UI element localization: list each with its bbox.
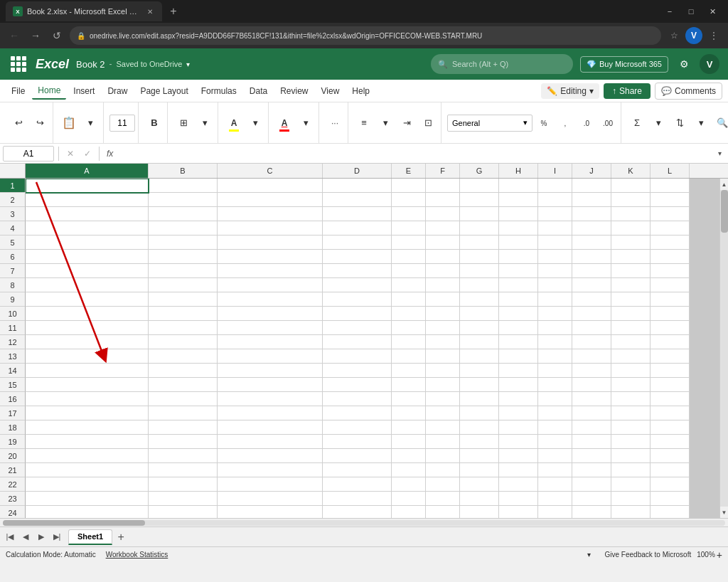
percent-button[interactable]: % xyxy=(534,114,554,134)
cell-H21[interactable] xyxy=(499,463,538,477)
cell-C18[interactable] xyxy=(218,420,323,435)
cell-K12[interactable] xyxy=(611,335,651,349)
cell-L3[interactable] xyxy=(651,207,690,221)
menu-formulas[interactable]: Formulas xyxy=(196,83,242,99)
cell-K18[interactable] xyxy=(611,420,651,435)
cell-L21[interactable] xyxy=(651,463,690,477)
cell-I23[interactable] xyxy=(538,492,572,506)
cell-J18[interactable] xyxy=(572,420,611,435)
cell-I4[interactable] xyxy=(538,221,572,236)
borders-dropdown[interactable]: ▾ xyxy=(195,113,215,133)
cell-B15[interactable] xyxy=(149,378,218,392)
cancel-formula-button[interactable]: ✕ xyxy=(63,149,77,159)
cell-G8[interactable] xyxy=(460,278,499,292)
cell-C10[interactable] xyxy=(218,307,323,321)
cell-H22[interactable] xyxy=(499,477,538,492)
cell-D11[interactable] xyxy=(323,321,392,335)
clipboard-dropdown[interactable]: ▾ xyxy=(80,113,100,133)
cell-H18[interactable] xyxy=(499,420,538,435)
cell-B2[interactable] xyxy=(149,193,218,207)
col-header-d[interactable]: D xyxy=(323,164,392,178)
bookmark-button[interactable]: ☆ xyxy=(665,27,682,44)
cell-C19[interactable] xyxy=(218,435,323,449)
back-button[interactable]: ← xyxy=(6,27,23,44)
cell-J10[interactable] xyxy=(572,307,611,321)
cell-H24[interactable] xyxy=(499,506,538,518)
cell-D13[interactable] xyxy=(323,349,392,364)
close-button[interactable]: ✕ xyxy=(702,4,722,18)
cell-D17[interactable] xyxy=(323,406,392,420)
cell-L13[interactable] xyxy=(651,349,690,364)
file-dropdown-icon[interactable]: ▾ xyxy=(186,60,190,68)
cell-J7[interactable] xyxy=(572,264,611,278)
cell-F19[interactable] xyxy=(426,435,460,449)
cell-J14[interactable] xyxy=(572,364,611,378)
cell-L9[interactable] xyxy=(651,292,690,307)
cell-C13[interactable] xyxy=(218,349,323,364)
cell-G20[interactable] xyxy=(460,449,499,463)
cell-G6[interactable] xyxy=(460,250,499,264)
row-header-12[interactable]: 12 xyxy=(0,335,26,349)
cell-F18[interactable] xyxy=(426,420,460,435)
cell-G23[interactable] xyxy=(460,492,499,506)
merge-button[interactable]: ⊡ xyxy=(418,113,438,133)
profile-button[interactable]: V xyxy=(685,27,702,44)
cell-B18[interactable] xyxy=(149,420,218,435)
cell-J20[interactable] xyxy=(572,449,611,463)
fill-color-dropdown[interactable]: ▾ xyxy=(245,113,265,133)
menu-insert[interactable]: Insert xyxy=(68,83,100,99)
cell-F5[interactable] xyxy=(426,236,460,250)
cell-G12[interactable] xyxy=(460,335,499,349)
cell-D8[interactable] xyxy=(323,278,392,292)
cell-F2[interactable] xyxy=(426,193,460,207)
cell-A21[interactable] xyxy=(26,463,149,477)
cell-D3[interactable] xyxy=(323,207,392,221)
row-header-11[interactable]: 11 xyxy=(0,321,26,335)
cell-I7[interactable] xyxy=(538,264,572,278)
cell-D7[interactable] xyxy=(323,264,392,278)
refresh-button[interactable]: ↺ xyxy=(48,27,65,44)
cell-D20[interactable] xyxy=(323,449,392,463)
avatar[interactable]: V xyxy=(700,54,719,74)
cell-G14[interactable] xyxy=(460,364,499,378)
row-header-16[interactable]: 16 xyxy=(0,392,26,406)
cell-B9[interactable] xyxy=(149,292,218,307)
h-scrollbar-thumb[interactable] xyxy=(3,520,145,526)
cell-C5[interactable] xyxy=(218,236,323,250)
cell-E5[interactable] xyxy=(392,236,426,250)
cell-A10[interactable] xyxy=(26,307,149,321)
cell-D15[interactable] xyxy=(323,378,392,392)
cell-I24[interactable] xyxy=(538,506,572,518)
cell-B16[interactable] xyxy=(149,392,218,406)
cell-L5[interactable] xyxy=(651,236,690,250)
cell-A5[interactable] xyxy=(26,236,149,250)
cell-B24[interactable] xyxy=(149,506,218,518)
cell-E2[interactable] xyxy=(392,193,426,207)
cell-C20[interactable] xyxy=(218,449,323,463)
cell-D1[interactable] xyxy=(323,179,392,193)
cell-F12[interactable] xyxy=(426,335,460,349)
cell-K10[interactable] xyxy=(611,307,651,321)
cell-I3[interactable] xyxy=(538,207,572,221)
browser-tab[interactable]: X Book 2.xlsx - Microsoft Excel Oni... ✕ xyxy=(6,1,162,21)
cell-C4[interactable] xyxy=(218,221,323,236)
sort-button[interactable]: ⇅ xyxy=(670,113,690,133)
cell-H20[interactable] xyxy=(499,449,538,463)
cell-L10[interactable] xyxy=(651,307,690,321)
more-font-button[interactable]: ··· xyxy=(325,113,345,133)
row-header-14[interactable]: 14 xyxy=(0,364,26,378)
cell-G22[interactable] xyxy=(460,477,499,492)
browser-menu-button[interactable]: ⋮ xyxy=(705,27,722,44)
editing-button[interactable]: ✏️ Editing ▾ xyxy=(541,83,599,99)
cell-A24[interactable] xyxy=(26,506,149,518)
cell-E9[interactable] xyxy=(392,292,426,307)
cell-E1[interactable] xyxy=(392,179,426,193)
cell-B11[interactable] xyxy=(149,321,218,335)
cell-E7[interactable] xyxy=(392,264,426,278)
cell-K19[interactable] xyxy=(611,435,651,449)
cell-F21[interactable] xyxy=(426,463,460,477)
cell-K20[interactable] xyxy=(611,449,651,463)
new-tab-button[interactable]: + xyxy=(165,3,182,20)
menu-home[interactable]: Home xyxy=(32,83,66,100)
cell-C14[interactable] xyxy=(218,364,323,378)
